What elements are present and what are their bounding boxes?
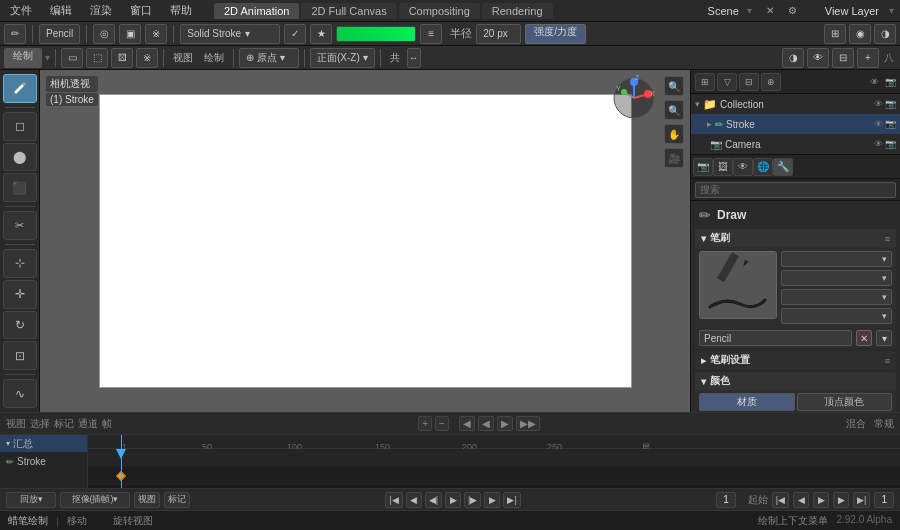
icon-btn-2[interactable]: ▣ [119, 24, 141, 44]
pb-next-keyframe[interactable]: |▶ [464, 492, 481, 508]
eye-icon[interactable]: 👁 [870, 77, 879, 87]
outliner-icon-4[interactable]: ⊕ [761, 73, 781, 91]
canvas-frame[interactable] [99, 94, 632, 388]
stroke-track-row[interactable] [88, 467, 900, 485]
menu-edit[interactable]: 编辑 [46, 2, 76, 19]
settings-menu-icon[interactable]: ≡ [885, 355, 890, 366]
tl-frame-display[interactable]: ▶ [497, 416, 513, 431]
outliner-item-stroke[interactable]: ▸ ✏ Stroke 👁 📷 [691, 114, 900, 134]
pb-prev-frame[interactable]: ◀ [406, 492, 422, 508]
overlay-toggle[interactable]: ◉ [849, 24, 871, 44]
tool-select1[interactable]: ▭ [61, 48, 83, 68]
stroke-eye[interactable]: 👁 [874, 119, 883, 129]
zoom-in-btn[interactable]: 🔍 [664, 76, 684, 96]
icon-btn-3[interactable]: ※ [145, 24, 167, 44]
tab-compositing[interactable]: Compositing [399, 3, 480, 19]
props-search-input[interactable] [695, 182, 896, 198]
menu-help[interactable]: 帮助 [166, 2, 196, 19]
draw-btn[interactable]: 绘制 [200, 51, 228, 65]
tool-scale[interactable]: ⊡ [3, 341, 37, 370]
color-mode-material[interactable]: 材质 [699, 393, 795, 411]
origin-dropdown[interactable]: ⊕ 原点 ▾ [239, 48, 299, 68]
stroke-type-dropdown[interactable]: Solid Stroke ▾ [180, 24, 280, 44]
tool-transform[interactable]: ⊹ [3, 249, 37, 278]
track-summary[interactable]: ▾ 汇总 [0, 435, 87, 453]
view-dropdown[interactable]: 正面(X-Z) ▾ [310, 48, 375, 68]
collection-cam[interactable]: 📷 [885, 99, 896, 109]
icon-settings[interactable]: ≡ [420, 24, 442, 44]
brush-section-header[interactable]: ▾ 笔刷 ≡ [695, 229, 896, 247]
tool-move[interactable]: ✛ [3, 280, 37, 309]
axis-gizmo[interactable]: Z X Y [610, 74, 658, 124]
status-move[interactable]: 移动 [67, 514, 87, 528]
camera-eye[interactable]: 👁 [874, 139, 883, 149]
outliner-item-camera[interactable]: 📷 Camera 👁 📷 [691, 134, 900, 154]
stroke-cam[interactable]: 📷 [885, 119, 896, 129]
settings-header[interactable]: ▸ 笔刷设置 ≡ [695, 351, 896, 369]
brush-name-input[interactable] [699, 330, 852, 346]
tool-fill[interactable]: ⬛ [3, 173, 37, 202]
tl-nav-4[interactable]: ▶▶ [516, 416, 540, 431]
pb-end-skip1[interactable]: |◀ [772, 492, 789, 508]
view-toggle[interactable]: ⊞ [824, 24, 846, 44]
tool-select3[interactable]: ⚄ [111, 48, 133, 68]
tool-tint[interactable]: ⬤ [3, 143, 37, 172]
color-section-header[interactable]: ▾ 颜色 [695, 372, 896, 390]
pb-end-frame[interactable]: 1 [874, 492, 894, 508]
tool-rotate[interactable]: ↻ [3, 311, 37, 340]
tool-select2[interactable]: ⬚ [86, 48, 108, 68]
pb-mode-dropdown[interactable]: 回放▾ [6, 492, 56, 508]
pb-end-play[interactable]: ▶ [813, 492, 829, 508]
pencil-label-btn[interactable]: Pencil [39, 24, 80, 44]
tab-2d-animation[interactable]: 2D Animation [214, 3, 299, 19]
scene-dropdown-icon[interactable]: ▾ [747, 5, 752, 16]
tab-rendering[interactable]: Rendering [482, 3, 553, 19]
hand-pan-btn[interactable]: ✋ [664, 124, 684, 144]
mode-dropdown-icon[interactable]: ▾ [45, 52, 50, 63]
pb-markers-btn[interactable]: 标记 [164, 492, 190, 508]
prop-tab-scene[interactable]: 🌐 [753, 158, 773, 176]
green-strength-bar[interactable] [336, 26, 416, 42]
timeline-channel-btn[interactable]: 通道 [78, 417, 98, 431]
render-icon[interactable]: 📷 [885, 77, 896, 87]
color-mode-vertex[interactable]: 顶点颜色 [797, 393, 893, 411]
outliner-icon-3[interactable]: ⊟ [739, 73, 759, 91]
collection-eye[interactable]: 👁 [874, 99, 883, 109]
icon-btn-1[interactable]: ◎ [93, 24, 115, 44]
camera-btn[interactable]: 🎥 [664, 148, 684, 168]
pb-skip-end[interactable]: ▶| [503, 492, 520, 508]
brush-opt-3[interactable]: ▾ [781, 289, 892, 305]
brush-opt-2[interactable]: ▾ [781, 270, 892, 286]
strength-btn[interactable]: 强度/力度 [525, 24, 586, 44]
prop-tab-render[interactable]: 📷 [693, 158, 713, 176]
pb-skip-start[interactable]: |◀ [385, 492, 402, 508]
tool-select4[interactable]: ※ [136, 48, 158, 68]
collection-row[interactable]: ▾ 📁 Collection 👁 📷 [691, 94, 900, 114]
timeline-view-btn[interactable]: 视图 [6, 417, 26, 431]
track-stroke[interactable]: ✏ Stroke [0, 453, 87, 471]
pb-play[interactable]: ▶ [445, 492, 461, 508]
menu-render[interactable]: 渲染 [86, 2, 116, 19]
pb-end-skip4[interactable]: ▶| [853, 492, 870, 508]
prop-tab-output[interactable]: 🖼 [713, 158, 733, 176]
outliner-icon-2[interactable]: ▽ [717, 73, 737, 91]
camera-cam[interactable]: 📷 [885, 139, 896, 149]
summary-track-row[interactable] [88, 449, 900, 467]
add-btn[interactable]: + [857, 48, 879, 68]
tool-cut[interactable]: ✂ [3, 211, 37, 240]
brush-thumbnail[interactable] [699, 251, 777, 319]
prop-tab-view[interactable]: 👁 [733, 158, 753, 176]
brush-menu-icon[interactable]: ≡ [885, 234, 890, 244]
brush-x-btn[interactable]: ✕ [856, 330, 872, 346]
view-overlay[interactable]: ◑ [782, 48, 804, 68]
pb-view-btn[interactable]: 视图 [134, 492, 160, 508]
pb-prev-keyframe[interactable]: ◀| [425, 492, 442, 508]
tl-minus[interactable]: − [435, 416, 449, 431]
tl-nav-1[interactable]: ◀ [459, 416, 475, 431]
view-btn[interactable]: 视图 [169, 51, 197, 65]
icon-checkmark[interactable]: ✓ [284, 24, 306, 44]
brush-opt-1[interactable]: ▾ [781, 251, 892, 267]
filter-btn[interactable]: ⊟ [832, 48, 854, 68]
tool-draw[interactable] [3, 74, 37, 103]
tab-2d-full-canvas[interactable]: 2D Full Canvas [301, 3, 396, 19]
